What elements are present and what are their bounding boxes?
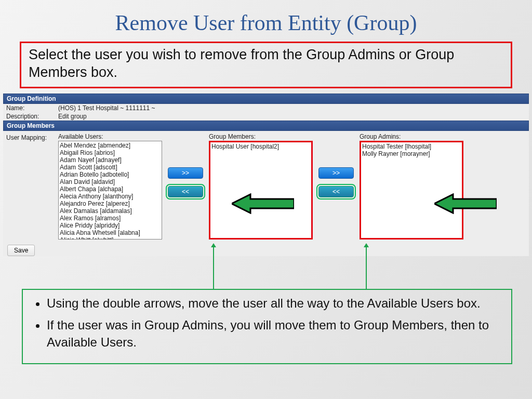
instruction-callout-bottom: Using the double arrows, move the user a… xyxy=(22,289,512,364)
move-left-button-1[interactable]: << xyxy=(168,186,203,197)
list-item[interactable]: Alicia Whitt [alwhitt] xyxy=(60,236,161,240)
available-users-label: Available Users: xyxy=(58,133,162,140)
save-button[interactable]: Save xyxy=(7,245,35,256)
section-header-members: Group Members xyxy=(3,121,529,131)
group-admins-label: Group Admins: xyxy=(360,133,463,140)
list-item[interactable]: Adrian Botello [adbotello] xyxy=(60,171,161,178)
connector-arrow-2 xyxy=(366,247,367,289)
instruction-text-top: Select the user you wish to remove from … xyxy=(29,46,503,82)
list-item[interactable]: Alice Priddy [alpriddy] xyxy=(60,222,161,229)
list-item[interactable]: Albert Chapa [alchapa] xyxy=(60,185,161,193)
group-members-listbox[interactable]: Hospital User [hospital2] xyxy=(209,141,313,240)
list-item[interactable]: Alan David [aldavid] xyxy=(60,178,161,185)
list-item[interactable]: Abel Mendez [abmendez] xyxy=(60,142,161,149)
list-item[interactable]: Alex Damalas [aldamalas] xyxy=(60,207,161,215)
user-mapping-area: User Mapping: Available Users: Abel Mend… xyxy=(3,131,529,243)
move-right-button-1[interactable]: >> xyxy=(168,167,203,179)
instruction-bullet-1: Using the double arrows, move the user a… xyxy=(47,295,502,312)
instruction-callout-top: Select the user you wish to remove from … xyxy=(20,42,512,88)
description-label: Description: xyxy=(6,113,58,120)
list-item[interactable]: Alejandro Perez [alperez] xyxy=(60,200,161,207)
list-item[interactable]: Abigail Rios [abrios] xyxy=(60,149,161,156)
shuttle-controls-right: >> << xyxy=(313,133,360,232)
move-left-button-2[interactable]: << xyxy=(318,186,354,197)
page-title: Remove User from Entity (Group) xyxy=(0,10,532,35)
available-users-column: Available Users: Abel Mendez [abmendez]A… xyxy=(58,133,162,240)
list-item[interactable]: Hospital Tester [lhospital] xyxy=(362,143,461,150)
list-item[interactable]: Molly Rayner [morayner] xyxy=(362,150,461,157)
list-item[interactable]: Alecia Anthony [alanthony] xyxy=(60,193,161,200)
group-members-label: Group Members: xyxy=(209,133,313,140)
name-label: Name: xyxy=(6,104,58,112)
section-header-definition: Group Definition xyxy=(3,94,529,104)
move-right-button-2[interactable]: >> xyxy=(318,167,354,179)
available-users-listbox[interactable]: Abel Mendez [abmendez]Abigail Rios [abri… xyxy=(58,141,162,240)
list-item[interactable]: Adam Scott [adscott] xyxy=(60,164,161,171)
group-members-column: Group Members: Hospital User [hospital2] xyxy=(209,133,313,240)
user-mapping-label: User Mapping: xyxy=(6,133,58,141)
shuttle-controls-left: >> << xyxy=(162,133,209,232)
app-panel: Group Definition Name: (HOS) 1 Test Hosp… xyxy=(3,94,529,256)
list-item[interactable]: Hospital User [hospital2] xyxy=(211,143,310,150)
list-item[interactable]: Alicia Abna Whetsell [alabna] xyxy=(60,229,161,236)
instruction-bullet-2: If the user was in Group Admins, you wil… xyxy=(47,317,502,351)
description-value: Edit group xyxy=(58,113,87,120)
list-item[interactable]: Adam Nayef [adnayef] xyxy=(60,156,161,164)
name-value: (HOS) 1 Test Hospital ~ 1111111 ~ xyxy=(58,104,155,112)
connector-arrow-1 xyxy=(213,247,214,289)
group-admins-listbox[interactable]: Hospital Tester [lhospital]Molly Rayner … xyxy=(360,141,463,240)
group-admins-column: Group Admins: Hospital Tester [lhospital… xyxy=(360,133,463,240)
list-item[interactable]: Alex Ramos [alramos] xyxy=(60,215,161,222)
